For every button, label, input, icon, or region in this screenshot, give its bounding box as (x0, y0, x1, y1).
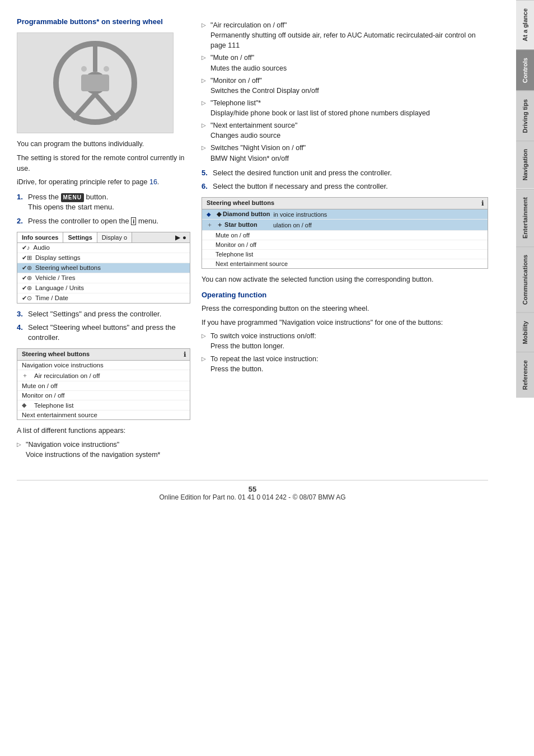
step-5-content: Select the desired function unit and pre… (213, 168, 488, 178)
sidebar-tab-driving-tips[interactable]: Driving tips (516, 91, 534, 141)
star-value: ulation on / off (273, 222, 312, 228)
plus-icon-air: ＋ (22, 371, 31, 380)
next-sub: Changes audio source (210, 132, 280, 139)
op-bullet-switch-content: To switch voice instructions on/off: Pre… (210, 331, 316, 351)
step-6: 6. Select the button if necessary and pr… (202, 181, 488, 192)
diamond-label: ◆ Diamond button (217, 211, 270, 218)
air-main: "Air recirculation on / off" (210, 21, 287, 29)
step-2-content: Press the controller to open the i menu. (28, 216, 190, 226)
step-3: 3. Select "Settings" and press the contr… (17, 309, 190, 319)
para1: You can program the buttons individually… (17, 139, 190, 150)
summary-text: You can now activate the selected functi… (202, 274, 488, 285)
i-icon: i (131, 217, 136, 225)
sidebar-tab-communications[interactable]: Communications (516, 246, 534, 312)
tel-sub: Display/hide phone book or last list of … (210, 109, 430, 117)
row-mute2: Mute on / off (202, 231, 488, 240)
op-para2: If you have programmed "Navigation voice… (202, 318, 488, 328)
row-label-steering: Steering wheel buttons (35, 264, 101, 271)
para3-link[interactable]: 16 (149, 178, 157, 186)
step-2-num: 2. (17, 216, 25, 226)
sidebar-tab-controls[interactable]: Controls (516, 49, 534, 91)
swb-label-monitor: Monitor on / off (22, 392, 65, 399)
swb-row-air: ＋ Air recirculation on / off (17, 370, 190, 381)
svg-line-4 (95, 94, 118, 119)
dot-icon: ● (182, 234, 186, 241)
info-icon-2: ℹ (180, 349, 190, 360)
info-box-3-title: Steering wheel buttons (202, 198, 478, 209)
swb-label-nav: Navigation voice instructions (22, 362, 104, 368)
switch-main: To switch voice instructions on/off: (210, 332, 316, 340)
step-5-num: 5. (202, 168, 209, 178)
op-para1: Press the corresponding button on the st… (202, 304, 488, 314)
right-bullets: ▷ "Air recirculation on / off" Permanent… (202, 20, 488, 164)
play-icon: ▶ (175, 234, 180, 241)
check-icon-time: ✔⊙ (22, 295, 32, 302)
tri-switch: ▷ (202, 332, 207, 351)
sidebar-tab-reference[interactable]: Reference (516, 352, 534, 398)
bullet-nav-main: "Navigation voice instructions" (26, 441, 119, 449)
info-row-vehicle: ✔⊛ Vehicle / Tires (17, 273, 190, 283)
para2: The setting is stored for the remote con… (17, 153, 190, 174)
sidebar-tab-mobility[interactable]: Mobility (516, 312, 534, 352)
left-column: Programmable buttons* on steering wheel (17, 17, 190, 463)
tel-main: "Telephone list"* (210, 99, 261, 107)
info-box-1-header: Info sources Settings Display o ▶ ● (17, 232, 190, 243)
para3: iDrive, for operating principle refer to… (17, 177, 190, 188)
op-bullet-repeat: ▷ To repeat the last voice instruction: … (202, 354, 488, 374)
label-mute2: Mute on / off (216, 232, 250, 239)
night-main: Switches "Night Vision on / off" (210, 144, 306, 152)
next-main: "Next entertainment source" (210, 122, 297, 129)
swb-label-tel: Telephone list (34, 402, 73, 409)
sidebar-tab-navigation[interactable]: Navigation (516, 141, 534, 188)
star-label: ＋ Star button (217, 221, 270, 229)
info-box-2-header: Steering wheel buttons ℹ (17, 349, 190, 361)
right-bullet-mute: ▷ "Mute on / off" Mutes the audio source… (202, 53, 488, 73)
svg-point-6 (81, 66, 87, 72)
tab-display[interactable]: Display o (97, 232, 132, 242)
check-icon-language: ✔⊛ (22, 284, 32, 292)
page-footer: 55 Online Edition for Part no. 01 41 0 0… (17, 480, 488, 501)
swb-row-monitor: Monitor on / off (17, 391, 190, 400)
swb-row-tel: ◆ Telephone list (17, 400, 190, 410)
footer-text: Online Edition for Part no. 01 41 0 014 … (159, 493, 345, 501)
sidebar-tab-at-a-glance[interactable]: At a glance (516, 0, 534, 49)
right-bullet-night: ▷ Switches "Night Vision on / off" BMW N… (202, 143, 488, 163)
para3-suffix: . (157, 178, 159, 186)
repeat-sub: Press the button. (210, 365, 264, 373)
tab-settings[interactable]: Settings (63, 232, 97, 242)
step-1-content: Press the MENU button. This opens the st… (28, 192, 190, 212)
operating-function-heading: Operating function (202, 291, 488, 299)
air-sub: Permanently shutting off outside air, re… (210, 31, 476, 49)
row-label-audio: Audio (34, 244, 50, 251)
row-label-time: Time / Date (35, 295, 68, 301)
sidebar-tab-entertainment[interactable]: Entertainment (516, 189, 534, 246)
left-bullets: ▷ "Navigation voice instructions" Voice … (17, 440, 190, 460)
check-icon-display: ✔⊞ (22, 254, 32, 262)
label-next2: Next entertainment source (216, 260, 288, 267)
right-bullet-next-content: "Next entertainment source" Changes audi… (210, 120, 297, 141)
step-6-content: Select the button if necessary and press… (213, 181, 488, 192)
right-bullet-night-content: Switches "Night Vision on / off" BMW Nig… (210, 143, 306, 163)
row-label-display: Display settings (35, 254, 81, 261)
diamond-value: in voice instructions (273, 211, 327, 218)
step-3-num: 3. (17, 309, 25, 319)
bullet-nav-content: "Navigation voice instructions" Voice in… (26, 440, 160, 460)
tri-air: ▷ (202, 21, 207, 50)
right-bullet-monitor-content: "Monitor on / off" Switches the Control … (210, 76, 319, 96)
monitor-sub: Switches the Control Display on/off (210, 87, 319, 95)
tab-info-sources[interactable]: Info sources (17, 232, 63, 242)
right-bullet-tel-content: "Telephone list"* Display/hide phone boo… (210, 98, 430, 118)
tri-repeat: ▷ (202, 355, 207, 374)
info-box-3: Steering wheel buttons ℹ ◆ ◆ Diamond but… (202, 197, 488, 269)
info-box-2: Steering wheel buttons ℹ Navigation voic… (17, 348, 190, 420)
info-box-2-title: Steering wheel buttons (17, 349, 180, 360)
right-bullet-next: ▷ "Next entertainment source" Changes au… (202, 120, 488, 141)
diamond-icon-tel: ◆ (22, 402, 31, 409)
step-4-num: 4. (17, 323, 25, 343)
tri-mute: ▷ (202, 54, 207, 73)
info-icon-3: ℹ (478, 198, 488, 209)
row-monitor2: Monitor on / off (202, 240, 488, 250)
tri-next: ▷ (202, 122, 207, 141)
info-box-3-header: Steering wheel buttons ℹ (202, 198, 488, 209)
night-sub: BMW Night Vision* on/off (210, 155, 289, 162)
